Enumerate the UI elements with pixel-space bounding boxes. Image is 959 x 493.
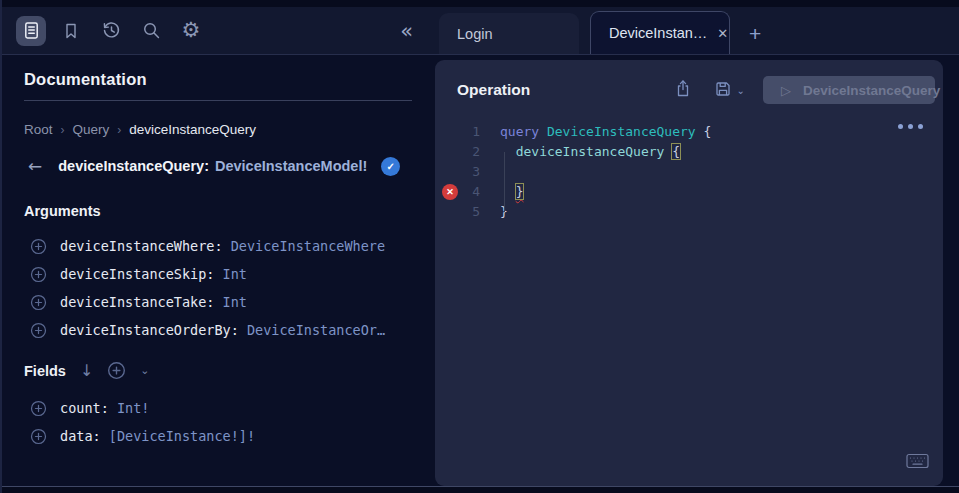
field-signature-row: ← deviceInstanceQuery: DeviceInstanceMod… [28, 156, 400, 176]
argument-type[interactable]: Int [223, 266, 247, 282]
chevron-down-icon[interactable]: ⌄ [140, 364, 149, 377]
gear-icon: ⚙ [182, 20, 201, 41]
bottom-status-strip [2, 486, 959, 493]
code-line-with-error: 4 } [435, 182, 943, 202]
argument-type[interactable]: DeviceInstanceWhere [231, 238, 385, 254]
run-operation-label: DeviceInstanceQuery [803, 83, 940, 98]
breadcrumb: Root › Query › deviceInstanceQuery [24, 122, 256, 137]
save-icon [714, 80, 732, 101]
breadcrumb-separator: › [61, 123, 65, 137]
token-brace-matched: { [672, 144, 680, 159]
collapse-panel-button[interactable]: « [400, 19, 413, 43]
back-arrow-icon[interactable]: ← [28, 156, 42, 176]
argument-type[interactable]: DeviceInstanceOr… [247, 322, 385, 338]
window-top-strip [2, 0, 959, 7]
history-button[interactable] [96, 16, 126, 46]
token-brace-error: } [516, 184, 524, 199]
settings-button[interactable]: ⚙ [176, 16, 206, 46]
argument-row: deviceInstanceOrderBy: DeviceInstanceOr… [2, 316, 435, 344]
bookmark-icon [62, 22, 80, 40]
documentation-title: Documentation [24, 70, 147, 89]
close-tab-icon[interactable]: ✕ [717, 26, 728, 41]
operation-panel: Operation [435, 60, 943, 486]
add-to-query-icon[interactable] [30, 400, 47, 417]
arguments-list: deviceInstanceWhere: DeviceInstanceWhere… [2, 232, 435, 344]
divider [24, 100, 412, 101]
documentation-panel: Documentation Root › Query › deviceInsta… [2, 56, 435, 486]
share-button[interactable] [674, 79, 692, 101]
tab-label: DeviceInstan… [609, 25, 707, 41]
save-button[interactable] [714, 80, 732, 101]
argument-row: deviceInstanceTake: Int [2, 288, 435, 316]
line-number: 3 [435, 162, 480, 182]
add-to-query-icon[interactable] [30, 322, 47, 339]
save-options-chevron-icon[interactable]: ⌄ [737, 85, 745, 96]
field-row: data: [DeviceInstance!]! [2, 422, 435, 450]
tab-device-instance-query[interactable]: DeviceInstan… ✕ [590, 11, 730, 54]
argument-type[interactable]: Int [223, 294, 247, 310]
argument-name: deviceInstanceTake: [60, 294, 223, 310]
field-signature-type[interactable]: DeviceInstanceModel! [215, 158, 367, 174]
field-name: count: [60, 400, 117, 416]
code-line: 3 [435, 162, 943, 182]
tab-login[interactable]: Login [439, 13, 579, 54]
document-icon [22, 21, 41, 40]
field-type[interactable]: [DeviceInstance!]! [109, 428, 255, 444]
token-operation-name: DeviceInstanceQuery [547, 124, 704, 139]
keyboard-shortcuts-button[interactable] [906, 453, 929, 472]
history-icon [102, 21, 121, 40]
add-to-query-icon[interactable] [30, 238, 47, 255]
argument-row: deviceInstanceSkip: Int [2, 260, 435, 288]
add-to-query-icon[interactable] [30, 294, 47, 311]
code-line: 1 query DeviceInstanceQuery { [435, 122, 943, 142]
operation-header: Operation [457, 76, 935, 104]
argument-row: deviceInstanceWhere: DeviceInstanceWhere [2, 232, 435, 260]
graphql-ide-app: ⚙ « Login DeviceInstan… ✕ + Documentatio… [0, 0, 959, 493]
fields-heading: Fields [24, 363, 66, 379]
sort-descending-icon[interactable]: ↓ [80, 361, 93, 380]
operation-title: Operation [457, 81, 530, 99]
verified-check-badge: ✓ [381, 157, 400, 176]
arguments-heading: Arguments [24, 203, 101, 219]
header-bar: ⚙ « Login DeviceInstan… ✕ + [2, 7, 959, 55]
argument-name: deviceInstanceOrderBy: [60, 322, 247, 338]
token-field-name: deviceInstanceQuery [516, 144, 673, 159]
token-keyword: query [500, 124, 547, 139]
bookmarks-button[interactable] [56, 16, 86, 46]
add-all-fields-icon[interactable] [107, 361, 126, 380]
fields-list: count: Int! data: [DeviceInstance!]! [2, 394, 435, 450]
argument-name: deviceInstanceSkip: [60, 266, 223, 282]
fields-heading-row: Fields ↓ ⌄ [24, 361, 150, 380]
add-to-query-icon[interactable] [30, 266, 47, 283]
operation-actions: ⌄ ▷ DeviceInstanceQuery [674, 76, 935, 104]
breadcrumb-query[interactable]: Query [73, 122, 110, 137]
field-name: data: [60, 428, 109, 444]
add-tab-button[interactable]: + [749, 23, 761, 44]
line-number: 1 [435, 122, 480, 142]
error-badge-icon: ✕ [442, 184, 458, 200]
breadcrumb-root[interactable]: Root [24, 122, 53, 137]
add-to-query-icon[interactable] [30, 428, 47, 445]
field-signature-name: deviceInstanceQuery: [58, 158, 209, 174]
code-line: 2 deviceInstanceQuery { [435, 142, 943, 162]
query-editor[interactable]: 1 query DeviceInstanceQuery { 2 deviceIn… [435, 112, 943, 446]
indent-guide [504, 152, 505, 212]
share-icon [674, 79, 692, 101]
breadcrumb-separator: › [117, 123, 121, 137]
field-type[interactable]: Int! [117, 400, 150, 416]
argument-name: deviceInstanceWhere: [60, 238, 231, 254]
run-operation-button[interactable]: ▷ DeviceInstanceQuery [763, 76, 935, 104]
schema-reference-button[interactable] [16, 16, 46, 46]
tab-label: Login [457, 26, 492, 42]
search-button[interactable] [136, 16, 166, 46]
search-icon [142, 21, 161, 40]
play-icon: ▷ [781, 83, 791, 98]
line-number: 2 [435, 142, 480, 162]
token-brace: { [704, 124, 712, 139]
line-number: 5 [435, 202, 480, 222]
code-line: 5 } [435, 202, 943, 222]
docs-toolbar: ⚙ « [2, 7, 435, 54]
tab-bar: Login DeviceInstan… ✕ + [435, 7, 959, 54]
field-row: count: Int! [2, 394, 435, 422]
breadcrumb-current: deviceInstanceQuery [129, 122, 256, 137]
